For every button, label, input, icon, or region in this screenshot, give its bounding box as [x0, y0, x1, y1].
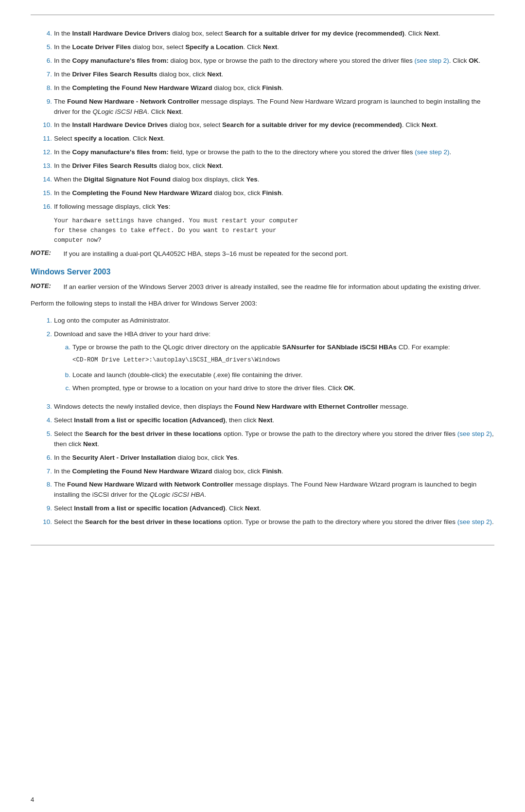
step-content: In the Locate Driver Files dialog box, s…: [54, 42, 494, 53]
list-item: 1. Log onto the computer as Administrato…: [31, 316, 494, 326]
list-item: 5. In the Locate Driver Files dialog box…: [31, 42, 494, 53]
step-content: In the Copy manufacture's files from: di…: [54, 56, 494, 66]
intro-text: Perform the following steps to install t…: [31, 299, 494, 309]
list-item: 8. In the Completing the Found New Hardw…: [31, 83, 494, 93]
section-heading: Windows Server 2003: [31, 268, 494, 276]
step-content: Windows detects the newly installed devi…: [54, 402, 494, 412]
list-item: 10. Select the Search for the best drive…: [31, 517, 494, 527]
sub-step-number: a.: [54, 343, 72, 353]
list-item: 6. In the Copy manufacture's files from:…: [31, 56, 494, 66]
step-number: 4.: [31, 415, 54, 426]
step-content: Select the Search for the best driver in…: [54, 517, 494, 527]
step-number: 14.: [31, 175, 54, 185]
list-item: 3. Windows detects the newly installed d…: [31, 402, 494, 412]
code-block: Your hardware settings have changed. You…: [54, 216, 494, 245]
step-number: 12.: [31, 147, 54, 158]
list-item: 15. In the Completing the Found New Hard…: [31, 188, 494, 198]
note-text: If an earlier version of the Windows Ser…: [60, 282, 481, 292]
windows-server-section: Windows Server 2003 NOTE: If an earlier …: [31, 268, 494, 527]
step-content: Select the Search for the best driver in…: [54, 429, 494, 450]
step-content: In the Copy manufacture's files from: fi…: [54, 147, 494, 158]
list-item: c. When prompted, type or browse to a lo…: [54, 383, 450, 394]
step-content: Download and save the HBA driver to your…: [54, 329, 210, 340]
step-content: Log onto the computer as Administrator.: [54, 316, 494, 326]
list-item: 4. In the Install Hardware Device Driver…: [31, 29, 494, 39]
step-number: 13.: [31, 161, 54, 171]
step-number: 4.: [31, 29, 54, 39]
note-label: NOTE:: [31, 249, 60, 256]
step-content: In the Security Alert - Driver Installat…: [54, 453, 494, 463]
bottom-rule: [31, 545, 494, 545]
step-content: In the Driver Files Search Results dialo…: [54, 70, 494, 80]
step-content: If following message displays, click Yes…: [54, 202, 494, 212]
step-number: 10.: [31, 517, 54, 527]
list-item: 6. In the Security Alert - Driver Instal…: [31, 453, 494, 463]
note-label: NOTE:: [31, 282, 60, 289]
list-item: 9. Select Install from a list or specifi…: [31, 504, 494, 514]
list-item: 8. The Found New Hardware Wizard with Ne…: [31, 480, 494, 500]
step-number: 1.: [31, 316, 54, 326]
step-number: 2.: [31, 329, 54, 340]
upper-note: NOTE: If you are installing a dual-port …: [31, 249, 494, 259]
see-step-2-link-2[interactable]: (see step 2): [415, 148, 449, 156]
list-item: 16. If following message displays, click…: [31, 202, 494, 212]
list-item: 13. In the Driver Files Search Results d…: [31, 161, 494, 171]
step-number: 6.: [31, 453, 54, 463]
list-item: 14. When the Digital Signature Not Found…: [31, 175, 494, 185]
step-number: 11.: [31, 134, 54, 144]
top-rule: [31, 15, 494, 15]
step-number: 6.: [31, 56, 54, 66]
list-item: 9. The Found New Hardware - Network Cont…: [31, 97, 494, 117]
step-number: 15.: [31, 188, 54, 198]
step-content: Select Install from a list or specific l…: [54, 415, 494, 426]
list-item: 5. Select the Search for the best driver…: [31, 429, 494, 450]
step-content: In the Completing the Found New Hardware…: [54, 83, 494, 93]
sub-step-content: Locate and launch (double-click) the exe…: [72, 370, 450, 380]
sub-step-number: b.: [54, 370, 72, 380]
step-content: In the Completing the Found New Hardware…: [54, 467, 494, 477]
sub-step-content: Type or browse the path to the QLogic dr…: [72, 343, 450, 353]
see-step-2-link-3[interactable]: (see step 2): [457, 430, 492, 437]
step-number: 16.: [31, 202, 54, 212]
list-item: 11. Select specify a location. Click Nex…: [31, 134, 494, 144]
step-content: The Found New Hardware - Network Control…: [54, 97, 494, 117]
upper-steps-list: 4. In the Install Hardware Device Driver…: [31, 29, 494, 212]
step-content: When the Digital Signature Not Found dia…: [54, 175, 494, 185]
ws-note1: NOTE: If an earlier version of the Windo…: [31, 282, 494, 292]
see-step-2-link[interactable]: (see step 2): [415, 57, 449, 64]
step-content: Select specify a location. Click Next.: [54, 134, 494, 144]
page-number: 4: [31, 796, 34, 803]
step-content: In the Install Hardware Device Drives di…: [54, 120, 494, 130]
list-item: 2. Download and save the HBA driver to y…: [31, 329, 494, 398]
ws-steps-list: 1. Log onto the computer as Administrato…: [31, 316, 494, 527]
list-item: 7. In the Completing the Found New Hardw…: [31, 467, 494, 477]
step-number: 8.: [31, 480, 54, 490]
list-item: 7. In the Driver Files Search Results di…: [31, 70, 494, 80]
list-item: a. Type or browse the path to the QLogic…: [54, 343, 450, 367]
step-content: In the Completing the Found New Hardware…: [54, 188, 494, 198]
see-step-2-link-4[interactable]: (see step 2): [457, 518, 492, 525]
list-item: 10. In the Install Hardware Device Drive…: [31, 120, 494, 130]
step-number: 8.: [31, 83, 54, 93]
step-number: 9.: [31, 97, 54, 107]
step-number: 5.: [31, 42, 54, 53]
list-item: 12. In the Copy manufacture's files from…: [31, 147, 494, 158]
step-number: 3.: [31, 402, 54, 412]
step-number: 9.: [31, 504, 54, 514]
sub-step-content: When prompted, type or browse to a locat…: [72, 383, 450, 394]
step-content: Select Install from a list or specific l…: [54, 504, 494, 514]
step-number: 5.: [31, 429, 54, 439]
note-text: If you are installing a dual-port QLA405…: [60, 249, 348, 259]
list-item: b. Locate and launch (double-click) the …: [54, 370, 450, 380]
step-number: 7.: [31, 467, 54, 477]
step-content: The Found New Hardware Wizard with Netwo…: [54, 480, 494, 500]
cd-path: <CD-ROM Drive Letter>:\autoplay\iSCSI_HB…: [72, 355, 280, 365]
sub-step-number: c.: [54, 383, 72, 394]
sub-steps-list: a. Type or browse the path to the QLogic…: [54, 343, 450, 397]
step-content: In the Driver Files Search Results dialo…: [54, 161, 494, 171]
step-number: 10.: [31, 120, 54, 130]
page: 4. In the Install Hardware Device Driver…: [0, 0, 525, 812]
step-number: 7.: [31, 70, 54, 80]
list-item: 4. Select Install from a list or specifi…: [31, 415, 494, 426]
step-content: In the Install Hardware Device Drivers d…: [54, 29, 494, 39]
